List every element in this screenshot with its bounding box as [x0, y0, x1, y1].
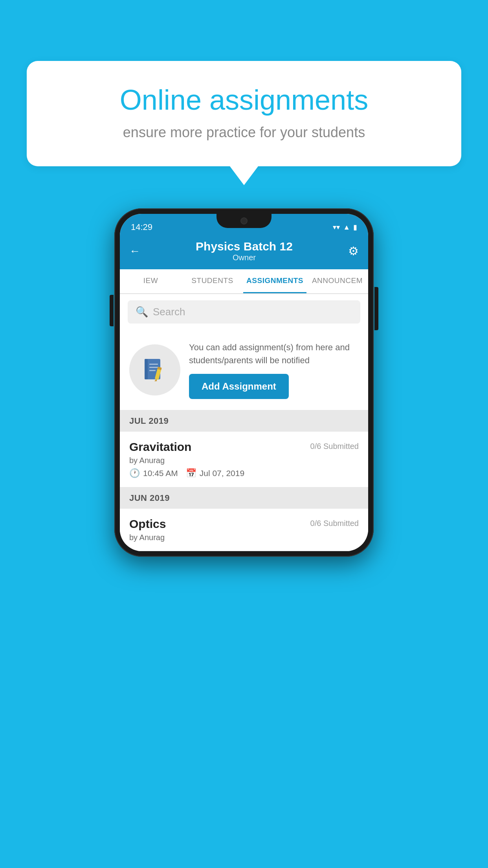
header-subtitle: Owner	[140, 253, 348, 262]
promo-box: You can add assignment(s) from here and …	[120, 330, 368, 410]
optics-submitted: 0/6 Submitted	[310, 519, 359, 528]
status-icons: ▾▾ ▲ ▮	[333, 223, 357, 232]
tab-iew[interactable]: IEW	[120, 269, 182, 293]
callout-container: Online assignments ensure more practice …	[27, 61, 461, 185]
header-center: Physics Batch 12 Owner	[140, 240, 348, 262]
section-jun-2019: JUN 2019	[120, 487, 368, 509]
search-icon: 🔍	[136, 306, 148, 318]
phone-notch	[216, 214, 272, 228]
assignment-optics[interactable]: Optics 0/6 Submitted by Anurag	[120, 509, 368, 551]
svg-rect-3	[149, 367, 158, 368]
assignment-submitted: 0/6 Submitted	[310, 442, 359, 451]
optics-by: by Anurag	[129, 533, 359, 542]
tab-students[interactable]: STUDENTS	[182, 269, 243, 293]
assignment-top-row: Gravitation 0/6 Submitted	[129, 440, 359, 454]
search-placeholder: Search	[153, 306, 185, 318]
header-title: Physics Batch 12	[140, 240, 348, 253]
callout-box: Online assignments ensure more practice …	[27, 61, 461, 166]
assignment-by: by Anurag	[129, 456, 359, 465]
assignment-gravitation[interactable]: Gravitation 0/6 Submitted by Anurag 🕐 10…	[120, 432, 368, 487]
callout-subtitle: ensure more practice for your students	[54, 124, 434, 141]
notch-camera	[240, 217, 248, 224]
assignment-date: 📅 Jul 07, 2019	[186, 468, 244, 478]
tab-announcements[interactable]: ANNOUNCEM	[306, 269, 368, 293]
add-assignment-button[interactable]: Add Assignment	[189, 374, 289, 399]
promo-right: You can add assignment(s) from here and …	[189, 341, 359, 399]
back-button[interactable]: ←	[129, 245, 140, 257]
wifi-icon: ▾▾	[333, 223, 340, 232]
svg-rect-1	[145, 359, 148, 379]
callout-arrow	[230, 166, 258, 185]
promo-icon-circle	[129, 344, 180, 395]
settings-icon[interactable]: ⚙	[348, 244, 359, 258]
optics-name: Optics	[129, 517, 166, 531]
svg-rect-2	[149, 364, 158, 365]
assignment-meta-row: 🕐 10:45 AM 📅 Jul 07, 2019	[129, 468, 359, 478]
optics-top-row: Optics 0/6 Submitted	[129, 517, 359, 531]
status-time: 14:29	[131, 222, 152, 232]
callout-title: Online assignments	[54, 85, 434, 116]
phone-outer: 14:29 ▾▾ ▲ ▮ ← Physics Batch 12 Owner ⚙ …	[114, 208, 374, 557]
clock-icon: 🕐	[129, 468, 140, 478]
assignment-time: 🕐 10:45 AM	[129, 468, 178, 478]
battery-icon: ▮	[353, 223, 357, 232]
tab-assignments[interactable]: ASSIGNMENTS	[243, 269, 306, 293]
app-header: ← Physics Batch 12 Owner ⚙	[120, 234, 368, 269]
signal-icon: ▲	[343, 223, 350, 232]
search-bar-wrap: 🔍 Search	[120, 294, 368, 330]
calendar-icon: 📅	[186, 468, 196, 478]
tabs-bar: IEW STUDENTS ASSIGNMENTS ANNOUNCEM	[120, 269, 368, 294]
svg-rect-4	[149, 370, 156, 371]
section-jul-2019: JUL 2019	[120, 410, 368, 432]
phone-mockup: 14:29 ▾▾ ▲ ▮ ← Physics Batch 12 Owner ⚙ …	[114, 208, 374, 557]
assignment-name: Gravitation	[129, 440, 191, 454]
phone-screen: 14:29 ▾▾ ▲ ▮ ← Physics Batch 12 Owner ⚙ …	[120, 214, 368, 551]
promo-text: You can add assignment(s) from here and …	[189, 341, 359, 367]
notebook-icon	[141, 356, 169, 384]
search-input-box[interactable]: 🔍 Search	[128, 300, 360, 324]
